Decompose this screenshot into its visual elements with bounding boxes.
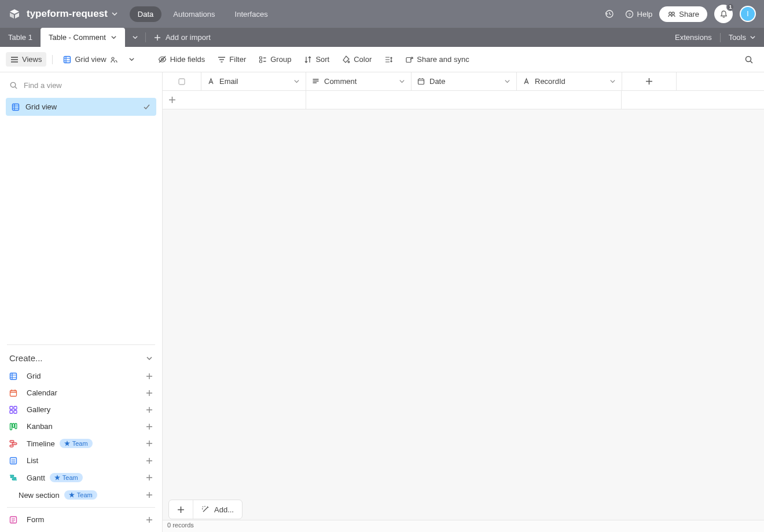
separator bbox=[52, 55, 53, 64]
plus-icon[interactable] bbox=[146, 423, 153, 430]
svg-rect-5 bbox=[64, 56, 71, 63]
gallery-icon bbox=[9, 406, 19, 414]
toolbar: Views Grid view Hide fields Filter Group… bbox=[0, 47, 764, 72]
date-icon bbox=[417, 78, 425, 85]
share-label: Share bbox=[679, 10, 699, 19]
column-date[interactable]: Date bbox=[412, 72, 517, 90]
team-badge: Team bbox=[60, 439, 93, 448]
search-icon[interactable] bbox=[740, 50, 758, 69]
select-all-checkbox[interactable] bbox=[163, 72, 201, 90]
create-header[interactable]: Create... bbox=[0, 345, 162, 368]
add-record-button[interactable] bbox=[169, 500, 193, 519]
plus-icon[interactable] bbox=[146, 474, 153, 481]
chevron-down-icon[interactable] bbox=[504, 78, 510, 85]
create-list[interactable]: List bbox=[0, 452, 162, 469]
grid-body[interactable]: Add... 0 records bbox=[163, 91, 764, 532]
tabbar: Table 1 Table - Comment Add or import Ex… bbox=[0, 28, 764, 47]
svg-rect-11 bbox=[406, 57, 411, 62]
svg-rect-9 bbox=[260, 60, 262, 63]
views-button[interactable]: Views bbox=[6, 52, 46, 67]
plus-icon[interactable] bbox=[146, 406, 153, 413]
svg-rect-21 bbox=[10, 423, 12, 430]
svg-text:?: ? bbox=[628, 12, 631, 17]
svg-rect-19 bbox=[10, 410, 13, 413]
add-column-button[interactable] bbox=[622, 72, 677, 90]
share-sync-button[interactable]: Share and sync bbox=[401, 52, 473, 67]
notifications-button[interactable]: 1 bbox=[714, 5, 733, 23]
sharesync-label: Share and sync bbox=[417, 55, 469, 64]
create-timeline[interactable]: Timeline Team bbox=[0, 435, 162, 452]
filter-label: Filter bbox=[229, 55, 246, 64]
color-button[interactable]: Color bbox=[337, 52, 376, 67]
plus-icon[interactable] bbox=[146, 491, 153, 498]
tabs-left: Table 1 Table - Comment Add or import bbox=[0, 28, 219, 47]
base-name[interactable]: typeform-request bbox=[27, 8, 108, 20]
view-search[interactable] bbox=[0, 72, 162, 98]
column-email[interactable]: Email bbox=[201, 72, 306, 90]
sidebar-view-gridview[interactable]: Grid view bbox=[6, 98, 156, 116]
svg-point-3 bbox=[669, 12, 671, 14]
create-kanban[interactable]: Kanban bbox=[0, 418, 162, 435]
create-grid[interactable]: Grid bbox=[0, 368, 162, 384]
tabs-right: Extensions Tools bbox=[667, 28, 764, 47]
tab-label: Table - Comment bbox=[49, 33, 106, 42]
plus-icon[interactable] bbox=[146, 390, 153, 397]
sort-button[interactable]: Sort bbox=[299, 52, 334, 67]
nav-automations[interactable]: Automations bbox=[165, 6, 223, 22]
chevron-down-icon[interactable] bbox=[111, 34, 117, 41]
plus-icon bbox=[154, 34, 161, 41]
view-search-input[interactable] bbox=[24, 81, 153, 90]
add-menu-button[interactable]: Add... bbox=[193, 500, 242, 519]
color-label: Color bbox=[354, 55, 372, 64]
help-button[interactable]: ? Help bbox=[625, 10, 653, 19]
filter-button[interactable]: Filter bbox=[213, 52, 251, 67]
people-icon bbox=[110, 56, 118, 64]
chevron-down-icon[interactable] bbox=[609, 78, 616, 85]
view-switcher[interactable]: Grid view bbox=[58, 52, 139, 67]
add-or-import-button[interactable]: Add or import bbox=[146, 28, 219, 47]
create-gantt[interactable]: Gantt Team bbox=[0, 469, 162, 486]
create-new-section[interactable]: New section Team bbox=[0, 486, 162, 504]
chevron-down-icon[interactable] bbox=[293, 78, 300, 85]
airtable-logo-icon[interactable] bbox=[8, 8, 21, 20]
plus-icon[interactable] bbox=[146, 440, 153, 447]
group-icon bbox=[259, 56, 267, 64]
column-recordid[interactable]: RecordId bbox=[517, 72, 622, 90]
wand-icon bbox=[201, 505, 210, 513]
nav-interfaces[interactable]: Interfaces bbox=[227, 6, 276, 22]
create-label: Grid bbox=[27, 372, 41, 380]
history-icon[interactable] bbox=[600, 5, 618, 23]
share-sync-icon bbox=[405, 56, 413, 64]
plus-icon[interactable] bbox=[146, 457, 153, 464]
share-button[interactable]: Share bbox=[659, 6, 707, 22]
chevron-down-icon[interactable] bbox=[111, 10, 118, 17]
tabs-dropdown[interactable] bbox=[125, 28, 145, 47]
chevron-down-icon[interactable] bbox=[128, 56, 135, 63]
topbar-right: ? Help Share 1 I bbox=[600, 5, 756, 23]
sidebar-view-label: Grid view bbox=[25, 102, 57, 111]
grid-icon bbox=[9, 372, 19, 380]
divider bbox=[7, 507, 155, 508]
column-comment[interactable]: Comment bbox=[306, 72, 412, 90]
create-gallery[interactable]: Gallery bbox=[0, 401, 162, 418]
group-button[interactable]: Group bbox=[254, 52, 296, 67]
hide-fields-button[interactable]: Hide fields bbox=[153, 52, 210, 67]
row-height-button[interactable] bbox=[380, 53, 397, 67]
grid-header: Email Comment Date RecordId bbox=[163, 72, 764, 91]
extensions-button[interactable]: Extensions bbox=[675, 33, 712, 42]
create-form[interactable]: Form bbox=[0, 511, 162, 532]
avatar[interactable]: I bbox=[740, 6, 756, 22]
create-calendar[interactable]: Calendar bbox=[0, 384, 162, 401]
tab-table1[interactable]: Table 1 bbox=[0, 28, 41, 47]
svg-point-12 bbox=[746, 56, 751, 61]
sort-label: Sort bbox=[315, 55, 329, 64]
add-row[interactable] bbox=[163, 91, 764, 109]
team-badge: Team bbox=[50, 473, 83, 482]
plus-icon[interactable] bbox=[146, 516, 153, 523]
tools-button[interactable]: Tools bbox=[729, 33, 756, 42]
plus-icon[interactable] bbox=[146, 373, 153, 380]
nav-data[interactable]: Data bbox=[130, 6, 161, 22]
chevron-down-icon[interactable] bbox=[399, 78, 405, 85]
create-label: New section bbox=[19, 491, 60, 500]
tab-table-comment[interactable]: Table - Comment bbox=[41, 28, 125, 47]
